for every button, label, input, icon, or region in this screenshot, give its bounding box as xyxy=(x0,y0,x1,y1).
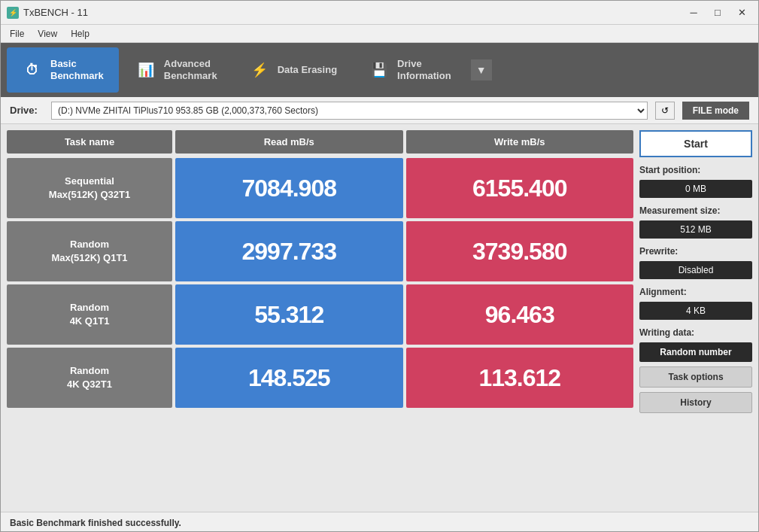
tab-data-erasing[interactable]: ⚡ Data Erasing xyxy=(234,47,352,93)
write-random-4k-q1: 96.463 xyxy=(406,284,634,345)
minimize-button[interactable]: ─ xyxy=(683,5,704,21)
writing-data-label: Writing data: xyxy=(639,327,752,338)
file-mode-button[interactable]: FILE mode xyxy=(682,102,749,120)
table-row: Random4K Q1T1 55.312 96.463 xyxy=(7,284,633,345)
drive-refresh-button[interactable]: ↺ xyxy=(655,102,675,120)
tab-advanced-benchmark[interactable]: 📊 AdvancedBenchmark xyxy=(120,47,232,93)
app-title: TxBENCH - 11 xyxy=(23,7,88,18)
status-text: Basic Benchmark finished successfully. xyxy=(10,518,181,528)
tab-advanced-benchmark-label: AdvancedBenchmark xyxy=(164,58,217,81)
menu-file[interactable]: File xyxy=(4,27,30,41)
task-random-4k-q1: Random4K Q1T1 xyxy=(7,284,172,345)
read-random-max: 2997.733 xyxy=(175,221,403,281)
basic-benchmark-icon: ⏱ xyxy=(22,59,43,81)
header-write: Write mB/s xyxy=(406,130,634,154)
title-bar-left: ⚡ TxBENCH - 11 xyxy=(7,7,88,19)
table-header: Task name Read mB/s Write mB/s xyxy=(7,130,633,154)
table-row: SequentialMax(512K) Q32T1 7084.908 6155.… xyxy=(7,158,633,218)
read-random-4k-q32: 148.525 xyxy=(175,348,403,408)
prewrite-label: Prewrite: xyxy=(639,246,752,257)
read-sequential: 7084.908 xyxy=(175,158,403,218)
tab-drive-information-label: DriveInformation xyxy=(397,58,451,81)
title-bar-controls: ─ □ ✕ xyxy=(683,5,752,21)
toolbar-more-button[interactable]: ▼ xyxy=(471,59,492,81)
title-bar: ⚡ TxBENCH - 11 ─ □ ✕ xyxy=(1,1,758,25)
prewrite-value: Disabled xyxy=(639,261,752,279)
tab-basic-benchmark-label: BasicBenchmark xyxy=(50,58,104,81)
task-random-4k-q32: Random4K Q32T1 xyxy=(7,348,172,408)
drive-label: Drive: xyxy=(10,105,44,116)
history-button[interactable]: History xyxy=(639,392,752,413)
write-random-4k-q32: 113.612 xyxy=(406,348,634,408)
tab-data-erasing-label: Data Erasing xyxy=(278,64,337,76)
task-sequential: SequentialMax(512K) Q32T1 xyxy=(7,158,172,218)
menu-help[interactable]: Help xyxy=(65,27,96,41)
table-row: RandomMax(512K) Q1T1 2997.733 3739.580 xyxy=(7,221,633,281)
header-task-name: Task name xyxy=(7,130,172,154)
toolbar: ⏱ BasicBenchmark 📊 AdvancedBenchmark ⚡ D… xyxy=(1,43,758,97)
drive-row: Drive: (D:) NVMe ZHITAI TiPlus710 953.85… xyxy=(1,97,758,124)
tab-drive-information[interactable]: 💾 DriveInformation xyxy=(354,47,466,93)
write-random-max: 3739.580 xyxy=(406,221,634,281)
sidebar: Start Start position: 0 MB Measurement s… xyxy=(639,130,752,506)
header-read: Read mB/s xyxy=(175,130,403,154)
main-content: Task name Read mB/s Write mB/s Sequentia… xyxy=(1,124,758,512)
status-bar: Basic Benchmark finished successfully. xyxy=(1,512,758,532)
advanced-benchmark-icon: 📊 xyxy=(135,59,156,81)
write-sequential: 6155.400 xyxy=(406,158,634,218)
alignment-value: 4 KB xyxy=(639,302,752,320)
read-random-4k-q1: 55.312 xyxy=(175,284,403,345)
benchmark-table: Task name Read mB/s Write mB/s Sequentia… xyxy=(7,130,633,506)
measurement-size-value: 512 MB xyxy=(639,220,752,239)
drive-select[interactable]: (D:) NVMe ZHITAI TiPlus710 953.85 GB (2,… xyxy=(51,102,648,120)
task-random-max: RandomMax(512K) Q1T1 xyxy=(7,221,172,281)
writing-data-button[interactable]: Random number xyxy=(639,342,752,362)
alignment-label: Alignment: xyxy=(639,287,752,297)
menu-view[interactable]: View xyxy=(32,27,63,41)
tab-basic-benchmark[interactable]: ⏱ BasicBenchmark xyxy=(7,47,119,93)
close-button[interactable]: ✕ xyxy=(731,5,752,21)
drive-information-icon: 💾 xyxy=(369,59,390,81)
data-erasing-icon: ⚡ xyxy=(249,59,270,81)
start-position-value: 0 MB xyxy=(639,180,752,198)
measurement-size-label: Measurement size: xyxy=(639,205,752,216)
app-icon-symbol: ⚡ xyxy=(9,9,17,17)
menu-bar: File View Help xyxy=(1,25,758,43)
start-button[interactable]: Start xyxy=(639,130,752,157)
task-options-button[interactable]: Task options xyxy=(639,366,752,388)
maximize-button[interactable]: □ xyxy=(707,5,728,21)
start-position-label: Start position: xyxy=(639,165,752,175)
table-row: Random4K Q32T1 148.525 113.612 xyxy=(7,348,633,408)
app-icon: ⚡ xyxy=(7,7,19,19)
